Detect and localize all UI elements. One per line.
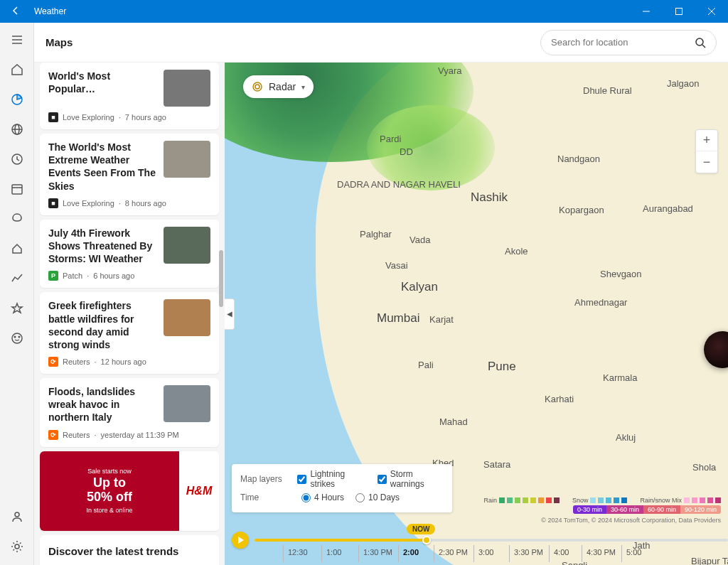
radar-dropdown-label: Radar [269, 81, 296, 92]
news-source: Love Exploring [63, 113, 114, 122]
timeline-tick[interactable]: 5:00 [621, 545, 657, 562]
svg-point-17 [15, 512, 19, 517]
maximize-button[interactable] [663, 0, 695, 23]
lightning-checkbox[interactable]: Lightning strikes [297, 469, 365, 489]
window-title: Weather [34, 6, 66, 16]
timeline-tick[interactable]: 12:30 [283, 545, 321, 562]
calendar-icon[interactable] [3, 175, 31, 203]
pollen-icon[interactable] [3, 205, 31, 233]
life-icon[interactable] [3, 235, 31, 263]
timeline-tick[interactable]: 3:00 [473, 545, 509, 562]
city-label: Pali [418, 360, 434, 370]
timeline-tick[interactable]: 4:00 [549, 545, 582, 562]
news-source: Patch [63, 271, 82, 280]
home-icon[interactable] [3, 55, 31, 84]
city-label: Vyara [438, 65, 461, 76]
timeline-tick[interactable]: 2:00 [398, 545, 434, 562]
hamburger-icon[interactable] [3, 26, 31, 54]
minimize-button[interactable] [630, 0, 663, 23]
trends-headline: Discover the latest trends [40, 535, 219, 560]
legend: Rain Snow Rain/snow Mix 0-30 min30-60 mi… [483, 497, 721, 514]
timeline-knob[interactable] [422, 536, 431, 544]
city-label: Vada [410, 235, 430, 245]
globe-icon[interactable] [3, 115, 31, 144]
news-card[interactable]: Greek firefighters battle wildfires for … [40, 292, 219, 374]
close-button[interactable] [695, 0, 728, 23]
favorites-icon[interactable] [3, 294, 31, 323]
city-label: Aurangabad [643, 203, 693, 214]
time-label: Time [240, 493, 290, 502]
news-card[interactable]: The World's Most Extreme Weather Events … [40, 134, 219, 215]
radar-dropdown[interactable]: Radar ▾ [243, 75, 314, 98]
history-icon[interactable] [3, 145, 31, 173]
header-row: Maps [34, 23, 728, 63]
city-label: Pardi [380, 134, 401, 144]
news-source: Love Exploring [63, 199, 114, 208]
news-age: 12 hours ago [101, 357, 146, 366]
city-label: Kopargaon [559, 205, 604, 215]
timeline-tick[interactable]: 4:30 PM [582, 545, 621, 562]
city-label: Nandgaon [557, 154, 600, 164]
scrollbar-thumb[interactable] [219, 250, 223, 307]
time-10d-radio[interactable]: 10 Days [355, 493, 400, 502]
search-box[interactable] [540, 30, 717, 55]
zoom-in-button[interactable]: + [696, 130, 717, 151]
map-canvas[interactable]: VyaraDhule RuralJalgaonPardiDDNandgaonDA… [225, 63, 728, 565]
news-age: 8 hours ago [125, 199, 166, 208]
now-badge: NOW [407, 524, 435, 534]
city-label: Palghar [360, 229, 392, 240]
timeline: NOW 12:301:001:30 PM2:002:30 PM3:003:30 … [225, 528, 728, 565]
source-icon: P [48, 271, 58, 281]
city-label: Mumbai [377, 311, 419, 325]
zoom-out-button[interactable]: − [696, 151, 717, 173]
svg-point-21 [253, 82, 262, 91]
storm-checkbox[interactable]: Storm warnings [378, 469, 444, 489]
svg-point-19 [696, 38, 703, 45]
city-label: Satara [483, 459, 510, 470]
trends-icon[interactable] [3, 264, 31, 293]
news-thumb [164, 227, 210, 264]
city-label: Dhule Rural [583, 85, 632, 96]
feedback-icon[interactable] [3, 324, 31, 353]
timeline-tick[interactable]: 1:00 [321, 545, 358, 562]
radar-nav-icon[interactable] [3, 85, 31, 114]
account-icon[interactable] [3, 502, 31, 531]
svg-point-16 [18, 336, 20, 338]
city-label: DD [400, 146, 413, 157]
layer-panel: Map layers Lightning strikes Storm warni… [232, 464, 452, 512]
news-thumb [164, 70, 210, 107]
source-icon: ■ [48, 198, 58, 208]
news-card[interactable]: World's Most Popular…■Love Exploring·7 h… [40, 63, 219, 129]
back-button[interactable] [0, 6, 31, 18]
search-input[interactable] [551, 37, 695, 48]
city-label: Nashik [471, 190, 508, 205]
settings-icon[interactable] [3, 532, 31, 561]
news-headline: Floods, landslides wreak havoc in northe… [48, 385, 158, 424]
svg-point-22 [255, 85, 259, 89]
city-label: Pune [488, 360, 516, 374]
timeline-tick[interactable]: 2:30 PM [434, 545, 473, 562]
source-icon: ■ [48, 112, 58, 122]
news-source: Reuters [63, 431, 90, 439]
timeline-tick[interactable]: 1:30 PM [358, 545, 398, 562]
collapse-news-button[interactable]: ◀ [225, 298, 235, 330]
city-label: Shevgaon [600, 269, 642, 279]
svg-point-18 [15, 544, 19, 549]
search-icon [695, 37, 706, 48]
timeline-track[interactable] [255, 539, 728, 542]
play-button[interactable] [232, 532, 249, 549]
trends-card[interactable]: Discover the latest trendsAd H&M [40, 535, 219, 565]
timeline-tick[interactable]: 3:30 PM [509, 545, 549, 562]
news-thumb [164, 385, 210, 422]
news-card[interactable]: Floods, landslides wreak havoc in northe… [40, 378, 219, 447]
ad-card[interactable]: Sale starts nowUp to50% offIn store & on… [40, 451, 219, 531]
page-title: Maps [46, 36, 73, 48]
news-card[interactable]: July 4th Firework Shows Threatened By St… [40, 220, 219, 289]
city-label: Jalgaon [667, 78, 700, 89]
title-bar: Weather [0, 0, 728, 23]
svg-rect-1 [676, 9, 682, 15]
svg-point-14 [12, 333, 22, 343]
news-age: 7 hours ago [125, 113, 166, 122]
source-icon: ⟳ [48, 430, 58, 440]
time-4h-radio[interactable]: 4 Hours [301, 493, 344, 502]
